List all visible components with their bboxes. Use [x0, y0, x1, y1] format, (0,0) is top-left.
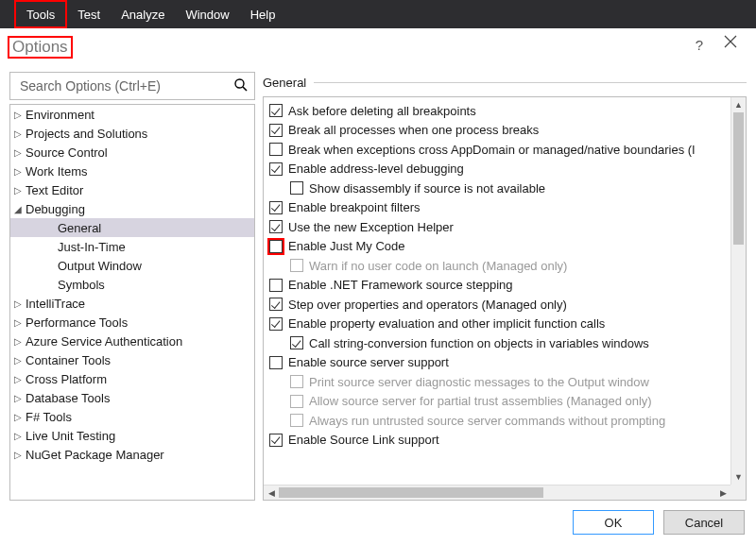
option-row: Allow source server for partial trust as…	[269, 392, 730, 412]
option-row[interactable]: Show disassembly if source is not availa…	[269, 179, 730, 198]
tree-item[interactable]: Just-In-Time	[10, 237, 254, 256]
option-row[interactable]: Call string-conversion function on objec…	[269, 333, 730, 353]
option-row[interactable]: Break when exceptions cross AppDomain or…	[269, 140, 730, 160]
checkbox-checked-icon[interactable]	[269, 220, 283, 233]
search-icon[interactable]	[233, 77, 249, 95]
tree-item-label: Work Items	[26, 164, 88, 179]
close-icon[interactable]	[724, 35, 737, 51]
tree-item[interactable]: ▷F# Tools	[10, 407, 254, 426]
option-row[interactable]: Enable source server support	[269, 353, 730, 373]
tree-item-label: Symbols	[58, 278, 105, 292]
scroll-thumb[interactable]	[733, 112, 744, 245]
tree-item[interactable]: Output Window	[10, 256, 254, 275]
chevron-right-icon: ▷	[14, 355, 24, 366]
dialog-title: Options	[8, 36, 73, 59]
scroll-right-icon[interactable]: ▶	[715, 485, 730, 501]
help-icon[interactable]: ?	[696, 37, 703, 53]
checkbox-unchecked-icon	[290, 395, 303, 408]
tree-item[interactable]: General	[10, 218, 254, 237]
tree-item[interactable]: ▷Container Tools	[10, 350, 254, 369]
tree-item[interactable]: ▷NuGet Package Manager	[10, 445, 254, 464]
scroll-thumb[interactable]	[279, 487, 543, 498]
tree-item[interactable]: ▷Database Tools	[10, 388, 254, 407]
options-tree[interactable]: ▷Environment▷Projects and Solutions▷Sour…	[9, 104, 255, 501]
option-label: Allow source server for partial trust as…	[309, 394, 652, 408]
menu-item-analyze[interactable]: Analyze	[111, 0, 175, 28]
checkbox-unchecked-icon[interactable]	[269, 279, 283, 292]
option-label: Print source server diagnostic messages …	[309, 375, 649, 389]
tree-item-label: Database Tools	[26, 391, 110, 405]
menu-item-test[interactable]: Test	[67, 0, 111, 28]
tree-item[interactable]: ▷Cross Platform	[10, 369, 254, 388]
chevron-right-icon: ▷	[14, 166, 24, 177]
option-label: Enable Source Link support	[288, 433, 439, 447]
scroll-down-icon[interactable]: ▼	[731, 469, 746, 485]
ok-button[interactable]: OK	[573, 510, 654, 535]
tree-item-label: Debugging	[26, 202, 85, 216]
scroll-left-icon[interactable]: ◀	[264, 485, 279, 501]
search-input[interactable]	[18, 77, 233, 94]
option-row[interactable]: Use the new Exception Helper	[269, 217, 730, 237]
checkbox-checked-icon[interactable]	[269, 124, 283, 137]
option-label: Ask before deleting all breakpoints	[288, 104, 476, 118]
checkbox-checked-icon[interactable]	[290, 336, 303, 349]
chevron-right-icon: ▷	[14, 110, 24, 120]
checkbox-unchecked-icon[interactable]	[290, 181, 303, 195]
menubar: ToolsTestAnalyzeWindowHelp	[0, 0, 756, 28]
vertical-scrollbar[interactable]: ▲ ▼	[730, 97, 746, 485]
option-row: Print source server diagnostic messages …	[269, 372, 730, 392]
option-row[interactable]: Enable .NET Framework source stepping	[269, 276, 730, 296]
chevron-right-icon: ▷	[14, 412, 24, 422]
menu-item-help[interactable]: Help	[240, 0, 286, 28]
option-label: Enable source server support	[288, 355, 449, 369]
menu-item-window[interactable]: Window	[175, 0, 239, 28]
cancel-button[interactable]: Cancel	[663, 510, 745, 535]
checkbox-unchecked-icon[interactable]	[269, 143, 283, 156]
checkbox-checked-icon[interactable]	[269, 298, 283, 311]
option-row[interactable]: Enable breakpoint filters	[269, 198, 730, 218]
option-row[interactable]: Step over properties and operators (Mana…	[269, 295, 730, 315]
option-row[interactable]: Enable address-level debugging	[269, 160, 730, 179]
option-label: Use the new Exception Helper	[288, 220, 454, 234]
tree-item[interactable]: ▷Live Unit Testing	[10, 426, 254, 445]
checkbox-checked-icon[interactable]	[269, 434, 283, 447]
checkbox-checked-icon[interactable]	[269, 317, 283, 331]
checkbox-unchecked-icon[interactable]	[269, 240, 283, 253]
checkbox-checked-icon[interactable]	[269, 201, 283, 214]
option-row[interactable]: Break all processes when one process bre…	[269, 121, 730, 141]
tree-item-label: Container Tools	[26, 353, 111, 367]
tree-item[interactable]: ▷Source Control	[10, 143, 254, 162]
tree-item[interactable]: ◢Debugging	[10, 199, 254, 218]
checkbox-checked-icon[interactable]	[269, 162, 283, 176]
tree-item[interactable]: Symbols	[10, 275, 254, 294]
checkbox-checked-icon[interactable]	[269, 104, 283, 117]
option-row[interactable]: Ask before deleting all breakpoints	[269, 101, 730, 121]
option-label: Enable address-level debugging	[288, 162, 464, 176]
tree-item-label: Live Unit Testing	[26, 429, 115, 443]
tree-item[interactable]: ▷Environment	[10, 105, 254, 124]
option-row[interactable]: Enable Just My Code	[269, 237, 730, 257]
chevron-right-icon: ▷	[14, 128, 24, 139]
tree-item[interactable]: ▷Work Items	[10, 162, 254, 180]
svg-point-0	[235, 79, 244, 88]
tree-item-label: Environment	[26, 108, 94, 122]
menu-item-tools[interactable]: Tools	[14, 0, 67, 28]
horizontal-scrollbar[interactable]: ◀ ▶	[264, 485, 730, 500]
option-row[interactable]: Enable property evaluation and other imp…	[269, 315, 730, 334]
tree-item-label: F# Tools	[26, 410, 72, 424]
tree-item[interactable]: ▷Azure Service Authentication	[10, 332, 254, 350]
scroll-up-icon[interactable]: ▲	[731, 97, 746, 112]
option-row[interactable]: Enable Source Link support	[269, 431, 730, 451]
option-label: Always run untrusted source server comma…	[309, 414, 665, 428]
chevron-right-icon: ▷	[14, 317, 24, 328]
tree-item[interactable]: ▷IntelliTrace	[10, 294, 254, 313]
checkbox-unchecked-icon[interactable]	[269, 356, 283, 369]
chevron-right-icon: ▷	[14, 393, 24, 403]
tree-item[interactable]: ▷Projects and Solutions	[10, 124, 254, 143]
tree-item[interactable]: ▷Text Editor	[10, 180, 254, 199]
chevron-right-icon: ▷	[14, 450, 24, 460]
svg-line-1	[243, 87, 247, 91]
tree-item-label: Source Control	[26, 145, 108, 160]
checkbox-unchecked-icon	[290, 259, 303, 272]
tree-item[interactable]: ▷Performance Tools	[10, 313, 254, 332]
